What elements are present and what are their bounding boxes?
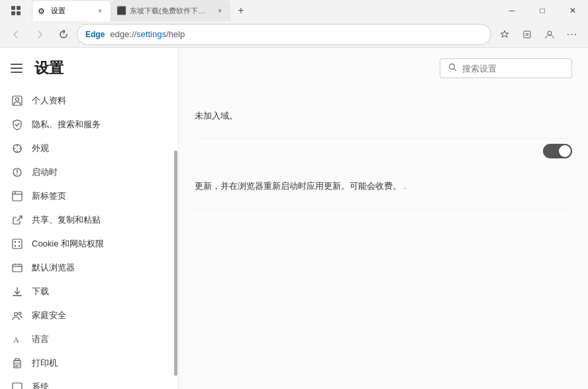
- familysafety-icon: [11, 309, 24, 322]
- favorites-button[interactable]: [494, 24, 515, 45]
- sidebar-item-startup[interactable]: 启动时: [0, 160, 178, 184]
- address-text: edge://settings/help: [110, 29, 483, 39]
- update-toggle[interactable]: [543, 144, 572, 158]
- search-icon: [448, 63, 457, 74]
- collections-icon: [522, 29, 532, 40]
- nav-right-icons: ···: [494, 24, 583, 45]
- tab-dongpo[interactable]: ⬛ 东坡下载(免费软件下载网站)打... ×: [111, 0, 230, 21]
- sidebar-item-label-cookies: Cookie 和网站权限: [32, 238, 104, 250]
- address-subpath: /help: [166, 29, 185, 39]
- back-button[interactable]: [5, 24, 26, 45]
- svg-rect-12: [13, 239, 22, 249]
- collections-button[interactable]: [516, 24, 538, 45]
- content-area: 未加入域。 更新，并在浏览器重新启动时应用更新。可能会收费。 .: [179, 48, 588, 389]
- profile-button[interactable]: [539, 24, 560, 45]
- minimize-button[interactable]: ─: [497, 0, 527, 21]
- tab-settings-favicon: ⚙: [38, 7, 47, 16]
- restore-button[interactable]: □: [527, 0, 558, 21]
- svg-point-18: [15, 313, 18, 316]
- sidebar-item-share[interactable]: 共享、复制和粘贴: [0, 208, 178, 232]
- tab-dongpo-close[interactable]: ×: [215, 5, 225, 16]
- content-body: 未加入域。 更新，并在浏览器重新启动时应用更新。可能会收费。 .: [179, 89, 588, 209]
- titlebar-controls: ─ □ ✕: [497, 0, 588, 21]
- forward-icon: [35, 30, 44, 39]
- forward-button[interactable]: [29, 24, 50, 45]
- sidebar-item-label-newtab: 新标签页: [32, 190, 66, 202]
- svg-point-7: [16, 98, 19, 101]
- sidebar-item-label-familysafety: 家庭安全: [32, 309, 66, 321]
- appearance-icon: [11, 142, 24, 155]
- svg-point-5: [548, 31, 552, 35]
- more-button[interactable]: ···: [562, 24, 583, 45]
- menu-icon[interactable]: [11, 60, 26, 76]
- system-icon: [11, 380, 24, 389]
- svg-rect-17: [13, 264, 22, 272]
- domain-section: 未加入域。: [195, 89, 572, 139]
- sidebar-item-label-appearance: 外观: [32, 142, 49, 154]
- menu-line-1: [11, 64, 23, 65]
- update-description: 更新，并在浏览器重新启动时应用更新。可能会收费。: [195, 181, 401, 191]
- newtab-icon: [11, 190, 24, 203]
- sidebar-item-cookies[interactable]: Cookie 和网站权限: [0, 232, 178, 256]
- sidebar-title: 设置: [34, 58, 64, 78]
- svg-rect-2: [11, 11, 15, 15]
- sidebar-item-newtab[interactable]: 新标签页: [0, 184, 178, 208]
- svg-point-16: [19, 245, 20, 247]
- sidebar-header: 设置: [0, 48, 178, 83]
- defaultbrowser-icon: [11, 261, 24, 274]
- sidebar-item-defaultbrowser[interactable]: 默认浏览器: [0, 256, 178, 280]
- address-bar[interactable]: Edge edge://settings/help: [77, 24, 491, 45]
- sidebar-item-label-startup: 启动时: [32, 166, 58, 178]
- search-box[interactable]: [440, 58, 572, 78]
- sidebar-item-downloads[interactable]: 下载: [0, 280, 178, 304]
- window-squares-icon: [11, 5, 21, 16]
- profile-icon: [544, 29, 555, 40]
- sidebar-item-label-language: 语言: [32, 333, 49, 345]
- sidebar-item-label-share: 共享、复制和粘贴: [32, 214, 101, 226]
- sidebar-item-language[interactable]: A语言: [0, 327, 178, 351]
- menu-line-3: [11, 72, 23, 73]
- sidebar: 设置 个人资料隐私、搜索和服务外观启动时新标签页共享、复制和粘贴Cookie 和…: [0, 48, 179, 389]
- window-icon: [0, 0, 32, 21]
- share-icon: [11, 213, 24, 227]
- main-container: 设置 个人资料隐私、搜索和服务外观启动时新标签页共享、复制和粘贴Cookie 和…: [0, 48, 588, 389]
- toggle-knob: [559, 145, 571, 157]
- menu-line-2: [11, 68, 23, 69]
- cookies-icon: [11, 237, 24, 250]
- sidebar-item-familysafety[interactable]: 家庭安全: [0, 304, 178, 327]
- tab-settings[interactable]: ⚙ 设置 ×: [32, 0, 111, 21]
- tab-dongpo-favicon: ⬛: [117, 6, 126, 15]
- startup-icon: [11, 166, 24, 179]
- svg-rect-1: [17, 6, 21, 10]
- domain-text: 未加入域。: [195, 99, 572, 127]
- refresh-button[interactable]: [53, 24, 74, 45]
- address-path: settings: [136, 29, 166, 39]
- svg-point-19: [19, 312, 21, 315]
- sidebar-item-label-privacy: 隐私、搜索和服务: [32, 119, 101, 131]
- titlebar: ⚙ 设置 × ⬛ 东坡下载(免费软件下载网站)打... × + ─ □ ✕: [0, 0, 588, 21]
- sidebar-item-appearance[interactable]: 外观: [0, 137, 178, 160]
- sidebar-item-label-defaultbrowser: 默认浏览器: [32, 262, 75, 274]
- svg-rect-23: [13, 383, 22, 389]
- sidebar-item-system[interactable]: 系统: [0, 375, 178, 389]
- profile-icon: [11, 94, 24, 107]
- svg-point-14: [19, 241, 20, 243]
- sidebar-item-label-profile: 个人资料: [32, 95, 66, 107]
- sidebar-item-label-printer: 打印机: [32, 357, 58, 369]
- sidebar-scrollbar[interactable]: [174, 150, 177, 389]
- svg-point-10: [17, 174, 18, 175]
- sidebar-item-profile[interactable]: 个人资料: [0, 89, 178, 113]
- svg-text:A: A: [13, 335, 19, 345]
- close-button[interactable]: ✕: [558, 0, 588, 21]
- search-input[interactable]: [462, 64, 564, 74]
- language-icon: A: [11, 333, 24, 346]
- refresh-icon: [59, 30, 68, 39]
- titlebar-left: ⚙ 设置 × ⬛ 东坡下载(免费软件下载网站)打... × +: [0, 0, 252, 21]
- sidebar-item-privacy[interactable]: 隐私、搜索和服务: [0, 113, 178, 137]
- svg-rect-22: [15, 359, 19, 361]
- printer-icon: [11, 357, 24, 370]
- sidebar-item-printer[interactable]: 打印机: [0, 351, 178, 375]
- update-link[interactable]: .: [404, 181, 407, 191]
- new-tab-button[interactable]: +: [230, 0, 252, 21]
- tab-settings-close[interactable]: ×: [95, 6, 105, 17]
